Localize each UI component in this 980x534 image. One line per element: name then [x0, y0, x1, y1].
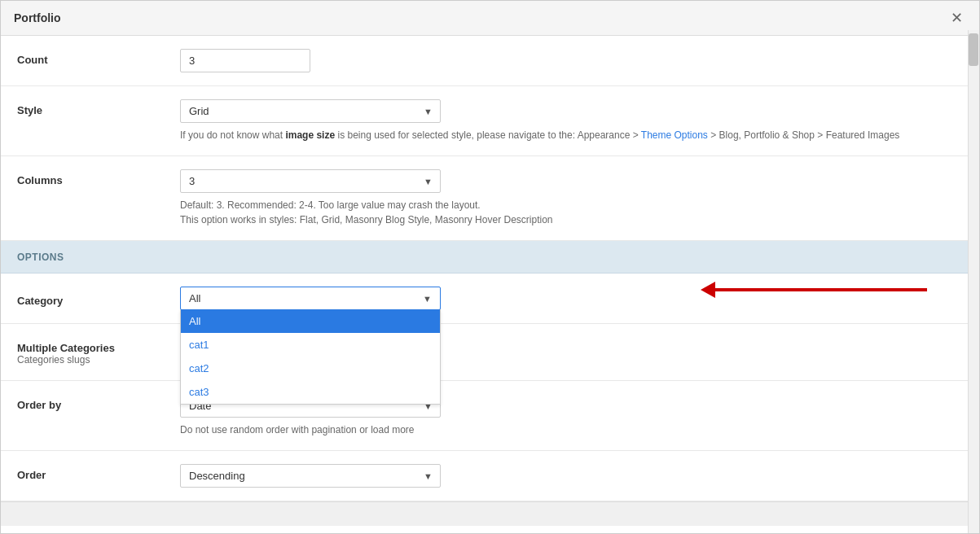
bottom-bar — [1, 501, 968, 526]
modal-body: Count Style Grid Flat Masonry ▼ If you d… — [1, 36, 979, 526]
count-label: Count — [17, 49, 180, 66]
multiple-categories-row: Multiple Categories Categories slugs — [1, 324, 968, 381]
columns-control: 3 2 4 ▼ Default: 3. Recommended: 2-4. To… — [180, 169, 951, 227]
red-arrow — [715, 288, 927, 291]
multiple-categories-main-label: Multiple Categories — [17, 342, 115, 354]
close-button[interactable]: ✕ — [947, 9, 966, 27]
arrow-head-icon — [701, 282, 715, 298]
columns-select-wrapper: 3 2 4 ▼ — [180, 169, 441, 193]
order-select[interactable]: Descending Ascending — [180, 464, 441, 488]
order-label: Order — [17, 464, 180, 481]
category-selected-value: All — [189, 292, 200, 304]
scrollbar-thumb[interactable] — [969, 33, 978, 66]
options-section-label: OPTIONS — [17, 252, 64, 263]
category-option-cat2[interactable]: cat2 — [181, 357, 440, 380]
modal-header: Portfolio ✕ — [1, 1, 979, 36]
order-by-label: Order by — [17, 394, 180, 411]
modal-container: Portfolio ✕ Count Style Grid Flat Masonr… — [0, 0, 980, 534]
order-by-hint: Do not use random order with pagination … — [180, 422, 935, 437]
order-row: Order Descending Ascending ▼ — [1, 451, 968, 501]
category-option-cat1[interactable]: cat1 — [181, 333, 440, 357]
order-select-wrapper: Descending Ascending ▼ — [180, 464, 441, 488]
category-option-cat3[interactable]: cat3 — [181, 380, 440, 404]
columns-row: Columns 3 2 4 ▼ Default: 3. Recommended:… — [1, 156, 968, 241]
order-by-row: Order by Date Title Random ▼ Do not use … — [1, 381, 968, 451]
style-hint-bold: image size — [285, 129, 335, 141]
columns-hint-line1: Default: 3. Recommended: 2-4. Too large … — [180, 199, 481, 211]
category-option-all[interactable]: All — [181, 309, 440, 333]
multiple-categories-sub-label: Categories slugs — [17, 354, 180, 365]
style-label: Style — [17, 99, 180, 116]
category-select-display[interactable]: All ▼ — [180, 287, 441, 310]
theme-options-link[interactable]: Theme Options — [641, 129, 708, 141]
count-input[interactable] — [180, 49, 310, 72]
category-row: Category All ▼ All cat1 cat2 cat3 — [1, 274, 968, 324]
columns-label: Columns — [17, 169, 180, 186]
category-select-arrow-icon: ▼ — [423, 294, 432, 304]
order-control: Descending Ascending ▼ — [180, 464, 951, 488]
options-section-header: OPTIONS — [1, 241, 968, 274]
style-row: Style Grid Flat Masonry ▼ If you do not … — [1, 86, 968, 156]
style-select[interactable]: Grid Flat Masonry — [180, 99, 441, 123]
count-row: Count — [1, 36, 968, 86]
category-dropdown-list: All cat1 cat2 cat3 — [180, 309, 441, 405]
multiple-categories-label: Multiple Categories Categories slugs — [17, 337, 180, 365]
columns-hint: Default: 3. Recommended: 2-4. Too large … — [180, 198, 935, 227]
columns-hint-line2: This option works in styles: Flat, Grid,… — [180, 214, 553, 225]
style-hint: If you do not know what image size is be… — [180, 128, 935, 142]
style-control: Grid Flat Masonry ▼ If you do not know w… — [180, 99, 951, 142]
modal-title: Portfolio — [14, 11, 61, 24]
count-control — [180, 49, 951, 72]
category-label: Category — [17, 287, 180, 307]
scrollbar-track — [968, 30, 979, 533]
style-select-wrapper: Grid Flat Masonry ▼ — [180, 99, 441, 123]
arrow-line — [715, 288, 927, 291]
columns-select[interactable]: 3 2 4 — [180, 169, 441, 193]
